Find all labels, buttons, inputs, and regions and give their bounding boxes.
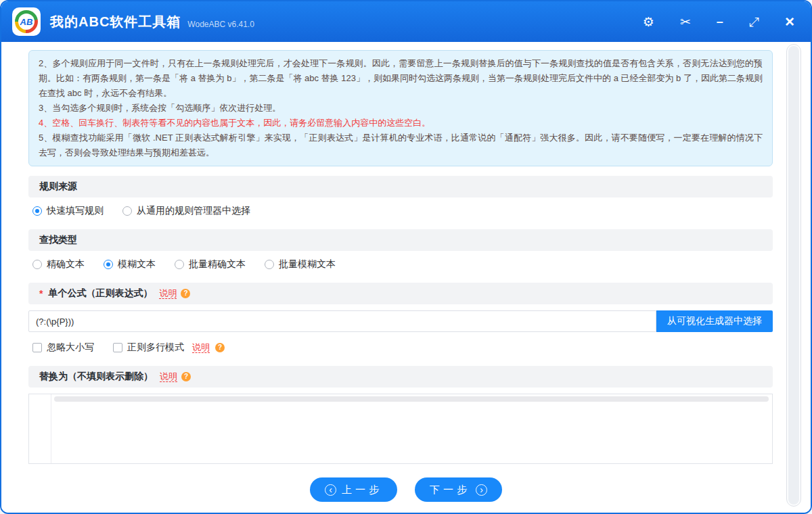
radio-quick-fill-rule[interactable]: 快速填写规则: [32, 205, 104, 217]
notice-item: 2、多个规则应用于同一文件时，只有在上一条规则处理完后，才会处理下一条规则。因此…: [39, 56, 763, 101]
radio-exact-text[interactable]: 精确文本: [32, 258, 85, 271]
section-header-formula: * 单个公式（正则表达式） 说明 ?: [28, 283, 773, 304]
titlebar-controls: ⚙ ✂ – ⤢ ×: [643, 14, 794, 30]
scissors-icon[interactable]: ✂: [680, 16, 691, 28]
settings-gear-icon[interactable]: ⚙: [643, 16, 654, 28]
radio-batch-fuzzy-text[interactable]: 批量模糊文本: [265, 258, 336, 271]
section-header-find-type: 查找类型: [28, 229, 773, 251]
prev-step-button[interactable]: ‹ 上一步: [310, 477, 397, 502]
rule-source-options: 快速填写规则 从通用的规则管理器中选择: [28, 205, 773, 217]
vertical-scrollbar[interactable]: [786, 44, 801, 507]
visual-generator-button[interactable]: 从可视化生成器中选择: [656, 310, 773, 332]
checkbox-label: 忽略大小写: [47, 342, 94, 354]
section-title: 替换为（不填则表示删除）: [39, 371, 153, 383]
required-asterisk: *: [39, 288, 43, 299]
radio-icon: [104, 260, 113, 269]
formula-help-link[interactable]: 说明: [159, 288, 177, 299]
checkbox-icon: [32, 343, 42, 352]
question-icon: ?: [181, 372, 191, 381]
multiline-help-link[interactable]: 说明: [192, 342, 210, 353]
notice-item-warning: 4、空格、回车换行、制表符等看不见的内容也属于文本，因此，请务必留意输入内容中的…: [39, 116, 763, 131]
prev-step-label: 上一步: [342, 484, 382, 496]
app-title: 我的ABC软件工具箱: [50, 13, 181, 31]
app-version: WodeABC v6.41.0: [187, 20, 254, 29]
notice-item: 3、当勾选多个规则时，系统会按「勾选顺序」依次进行处理。: [39, 101, 763, 116]
radio-rule-manager[interactable]: 从通用的规则管理器中选择: [122, 205, 250, 217]
main-content: 2、多个规则应用于同一文件时，只有在上一条规则处理完后，才会处理下一条规则。因此…: [1, 42, 811, 513]
find-type-options: 精确文本 模糊文本 批量精确文本 批量模糊文本: [28, 258, 773, 271]
logo-ring-icon: AB: [15, 10, 38, 33]
regex-input[interactable]: [28, 310, 656, 332]
section-title: 单个公式（正则表达式）: [48, 287, 152, 300]
logo-text: AB: [20, 17, 33, 27]
app-logo: AB: [12, 7, 41, 36]
radio-label: 精确文本: [47, 258, 85, 271]
radio-icon: [175, 260, 184, 269]
checkbox-ignore-case[interactable]: 忽略大小写: [32, 342, 94, 354]
next-arrow-icon: ›: [476, 484, 487, 496]
radio-icon: [32, 206, 42, 216]
radio-label: 批量模糊文本: [279, 258, 336, 271]
section-title: 规则来源: [39, 181, 77, 193]
replace-text-editor[interactable]: [28, 394, 773, 464]
radio-icon: [32, 260, 42, 269]
editor-gutter: [29, 394, 51, 463]
formula-input-row: 从可视化生成器中选择: [28, 310, 773, 332]
wizard-footer: ‹ 上一步 下一步 ›: [1, 477, 811, 502]
next-step-button[interactable]: 下一步 ›: [415, 477, 502, 502]
prev-arrow-icon: ‹: [325, 484, 336, 496]
section-title: 查找类型: [39, 234, 77, 246]
notice-box: 2、多个规则应用于同一文件时，只有在上一条规则处理完后，才会处理下一条规则。因此…: [28, 50, 773, 166]
radio-label: 模糊文本: [118, 258, 156, 271]
radio-icon: [265, 260, 274, 269]
close-button[interactable]: ×: [785, 14, 794, 30]
radio-label: 快速填写规则: [47, 205, 104, 217]
section-header-replace: 替换为（不填则表示删除） 说明 ?: [28, 366, 773, 388]
question-icon: ?: [181, 289, 190, 298]
radio-batch-exact-text[interactable]: 批量精确文本: [175, 258, 246, 271]
section-header-rule-source: 规则来源: [28, 176, 773, 197]
next-step-label: 下一步: [430, 484, 470, 496]
radio-icon: [122, 206, 132, 216]
app-window: AB 我的ABC软件工具箱 WodeABC v6.41.0 ⚙ ✂ – ⤢ × …: [0, 0, 812, 514]
checkbox-multiline-mode[interactable]: 正则多行模式: [113, 342, 184, 354]
radio-fuzzy-text[interactable]: 模糊文本: [104, 258, 156, 271]
replace-help-link[interactable]: 说明: [160, 371, 177, 382]
radio-label: 批量精确文本: [189, 258, 246, 271]
titlebar: AB 我的ABC软件工具箱 WodeABC v6.41.0 ⚙ ✂ – ⤢ ×: [1, 1, 811, 42]
scrollbar-thumb[interactable]: [788, 46, 799, 505]
formula-options-row: 忽略大小写 正则多行模式 说明 ?: [28, 342, 773, 354]
resize-icon[interactable]: ⤢: [749, 16, 759, 28]
editor-horizontal-scrollbar[interactable]: [54, 396, 769, 402]
notice-item: 5、模糊查找功能采用「微软 .NET 正则表达式解析引擎」来实现，「正则表达式」…: [39, 131, 763, 160]
question-icon: ?: [215, 343, 225, 352]
checkbox-label: 正则多行模式: [127, 342, 184, 354]
minimize-button[interactable]: –: [717, 16, 723, 28]
checkbox-icon: [113, 343, 122, 352]
radio-label: 从通用的规则管理器中选择: [137, 205, 250, 217]
